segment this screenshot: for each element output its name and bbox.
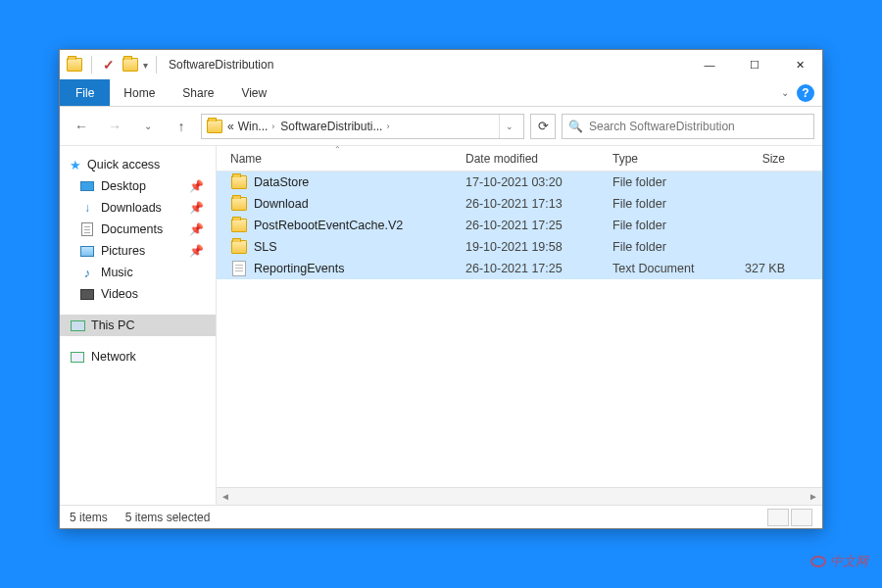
sidebar-item-videos[interactable]: Videos <box>60 283 216 305</box>
minimize-icon: — <box>705 59 715 71</box>
tab-share[interactable]: Share <box>169 79 227 106</box>
file-type: Text Document <box>605 262 722 275</box>
search-input[interactable]: 🔍 Search SoftwareDistribution <box>562 114 814 139</box>
new-folder-icon[interactable] <box>122 56 139 74</box>
file-date: 26-10-2021 17:13 <box>458 197 605 211</box>
breadcrumb-label: Win... <box>238 120 269 133</box>
minimize-button[interactable]: — <box>687 50 732 79</box>
file-name: DataStore <box>254 175 309 189</box>
pin-icon: 📌 <box>189 244 204 258</box>
sidebar-item-label: Music <box>101 266 133 279</box>
file-name: ReportingEvents <box>254 262 344 275</box>
breadcrumb-segment[interactable]: SoftwareDistributi...› <box>280 120 391 133</box>
sidebar-item-pictures[interactable]: Pictures 📌 <box>60 240 216 262</box>
ribbon-collapse-icon[interactable]: ⌄ <box>781 87 789 98</box>
this-pc-icon <box>70 318 85 333</box>
text-file-icon <box>230 260 248 277</box>
back-button[interactable]: ← <box>68 113 95 140</box>
file-type: File folder <box>605 175 722 189</box>
separator <box>91 56 92 74</box>
star-icon: ★ <box>70 158 81 172</box>
separator <box>156 56 157 74</box>
folder-icon <box>206 118 223 135</box>
title-bar: ✓ ▾ SoftwareDistribution — ☐ ✕ <box>60 50 822 79</box>
watermark: 中文网 <box>810 553 868 570</box>
column-header-size[interactable]: Size <box>722 152 793 166</box>
thumbnails-view-button[interactable] <box>791 509 812 526</box>
sidebar-item-downloads[interactable]: Downloads 📌 <box>60 197 216 219</box>
forward-button[interactable]: → <box>101 113 128 140</box>
sidebar-item-music[interactable]: ♪ Music <box>60 262 216 283</box>
view-toggle-group <box>767 509 812 526</box>
maximize-button[interactable]: ☐ <box>732 50 777 79</box>
table-row[interactable]: PostRebootEventCache.V226-10-2021 17:25F… <box>217 215 822 236</box>
watermark-text: 中文网 <box>830 553 868 570</box>
file-type: File folder <box>605 197 722 211</box>
file-name: Download <box>254 197 309 211</box>
pictures-icon <box>79 243 95 259</box>
column-header-date[interactable]: Date modified <box>458 152 605 166</box>
sidebar-item-label: Network <box>91 350 136 364</box>
properties-icon[interactable]: ✓ <box>100 56 118 74</box>
scroll-left-icon[interactable]: ◄ <box>220 491 230 502</box>
table-row[interactable]: SLS19-10-2021 19:58File folder <box>217 236 822 258</box>
file-date: 26-10-2021 17:25 <box>458 262 605 275</box>
refresh-button[interactable]: ⟳ <box>530 114 556 139</box>
chevron-right-icon: › <box>384 122 391 131</box>
scroll-right-icon[interactable]: ► <box>808 491 818 502</box>
explorer-window: ✓ ▾ SoftwareDistribution — ☐ ✕ File Home… <box>59 49 823 529</box>
downloads-icon <box>79 200 95 216</box>
sidebar-item-documents[interactable]: Documents 📌 <box>60 219 216 240</box>
status-item-count: 5 items <box>70 511 108 524</box>
folder-icon <box>66 56 83 74</box>
file-date: 26-10-2021 17:25 <box>458 219 605 232</box>
quick-access-toolbar: ✓ ▾ <box>60 56 161 74</box>
column-header-type[interactable]: Type <box>605 152 722 166</box>
documents-icon <box>79 221 95 237</box>
folder-icon <box>230 217 248 234</box>
table-row[interactable]: DataStore17-10-2021 03:20File folder <box>217 172 822 193</box>
file-list[interactable]: DataStore17-10-2021 03:20File folderDown… <box>217 172 822 487</box>
tab-home[interactable]: Home <box>110 79 169 106</box>
sidebar-item-label: Downloads <box>101 201 162 215</box>
sidebar-item-label: Pictures <box>101 244 145 258</box>
column-headers: ⌃ Name Date modified Type Size <box>217 146 822 172</box>
pin-icon: 📌 <box>189 222 204 236</box>
table-row[interactable]: ReportingEvents26-10-2021 17:25Text Docu… <box>217 258 822 279</box>
file-menu[interactable]: File <box>60 79 110 106</box>
file-type: File folder <box>605 219 722 232</box>
file-name: PostRebootEventCache.V2 <box>254 219 403 232</box>
address-history-dropdown[interactable]: ⌄ <box>499 115 519 138</box>
up-button[interactable]: ↑ <box>168 113 195 140</box>
chevron-down-icon: ⌄ <box>144 121 152 131</box>
search-placeholder: Search SoftwareDistribution <box>589 120 735 133</box>
recent-locations-dropdown[interactable]: ⌄ <box>134 113 162 140</box>
folder-icon <box>230 238 248 256</box>
search-icon: 🔍 <box>568 120 583 133</box>
details-view-button[interactable] <box>767 509 789 526</box>
status-bar: 5 items 5 items selected <box>60 505 822 528</box>
sidebar-item-label: Desktop <box>101 179 146 193</box>
sidebar-this-pc[interactable]: This PC <box>60 315 216 336</box>
pin-icon: 📌 <box>189 179 204 193</box>
horizontal-scrollbar[interactable]: ◄ ► <box>217 487 822 505</box>
help-icon[interactable]: ? <box>797 84 814 102</box>
breadcrumb-segment[interactable]: Win...› <box>238 120 277 133</box>
sort-indicator-icon: ⌃ <box>334 145 341 154</box>
sidebar-item-desktop[interactable]: Desktop 📌 <box>60 175 216 197</box>
qat-dropdown-icon[interactable]: ▾ <box>143 60 148 71</box>
address-bar[interactable]: « Win...› SoftwareDistributi...› ⌄ <box>201 114 524 139</box>
sidebar-network[interactable]: Network <box>60 346 216 368</box>
videos-icon <box>79 286 95 302</box>
tab-view[interactable]: View <box>227 79 280 106</box>
close-icon: ✕ <box>796 59 805 72</box>
sidebar-quick-access[interactable]: ★ Quick access <box>60 154 216 175</box>
close-button[interactable]: ✕ <box>777 50 822 79</box>
window-title: SoftwareDistribution <box>169 58 273 72</box>
navigation-pane[interactable]: ★ Quick access Desktop 📌 Downloads 📌 Doc… <box>60 146 217 505</box>
navigation-toolbar: ← → ⌄ ↑ « Win...› SoftwareDistributi...›… <box>60 107 822 146</box>
folder-icon <box>230 173 248 191</box>
file-type: File folder <box>605 240 722 254</box>
address-prefix: « <box>227 120 234 133</box>
table-row[interactable]: Download26-10-2021 17:13File folder <box>217 193 822 215</box>
